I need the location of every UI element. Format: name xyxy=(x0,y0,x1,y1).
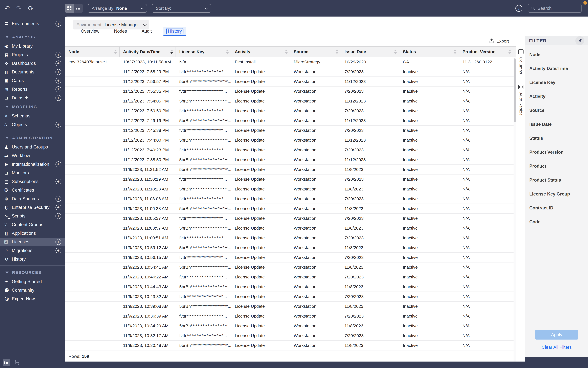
table-row[interactable]: 11/9/2023, 10:54:41 AM5brBh*************… xyxy=(65,262,516,272)
column-header-license-key[interactable]: License Key xyxy=(176,46,231,57)
table-row[interactable]: 11/9/2023, 10:36:39 AMfvttr*************… xyxy=(65,311,516,321)
sidebar-item-community[interactable]: ☻Community xyxy=(0,286,65,294)
redo-icon[interactable]: ↷ xyxy=(16,5,22,12)
auto-resize-button[interactable]: Auto Resize xyxy=(518,84,524,116)
undo-icon[interactable]: ↶ xyxy=(4,5,10,12)
filter-field-activity[interactable]: Activity xyxy=(529,94,588,99)
filter-field-license-key[interactable]: License Key xyxy=(529,80,588,85)
table-row[interactable]: 11/12/2023, 7:45:38 PMfvttr*************… xyxy=(65,126,516,135)
tab-history[interactable]: History xyxy=(164,27,186,36)
search-input[interactable] xyxy=(538,6,578,11)
sidebar-section-analysis[interactable]: ANALYSIS xyxy=(0,32,65,42)
add-data-sources-button[interactable]: + xyxy=(55,196,61,202)
sidebar-item-internationalization[interactable]: ⊕Internationalization+ xyxy=(0,160,65,169)
sidebar-item-enterprise-security[interactable]: ◐Enterprise Security+ xyxy=(0,203,65,212)
sidebar-item-licenses[interactable]: ⚿Licenses+ xyxy=(0,238,65,246)
sidebar-item-scripts[interactable]: >_Scripts+ xyxy=(0,212,65,220)
table-row[interactable]: 11/9/2023, 11:00:51 AMfvttr*************… xyxy=(65,233,516,243)
table-row[interactable]: 11/12/2023, 7:58:29 PMfvttr*************… xyxy=(65,67,516,77)
add-objects-button[interactable]: + xyxy=(55,122,61,128)
table-row[interactable]: 11/9/2023, 10:30:48 AM5brBh*************… xyxy=(65,341,516,350)
column-header-activity[interactable]: Activity xyxy=(231,46,290,57)
column-header-issue-date[interactable]: Issue Date xyxy=(341,46,399,57)
sidebar-item-applications[interactable]: ▥Applications xyxy=(0,229,65,238)
columns-button[interactable]: Columns xyxy=(518,49,524,74)
filter-field-product[interactable]: Product xyxy=(529,164,588,169)
column-header-node[interactable]: Node xyxy=(65,46,119,57)
table-row[interactable]: 11/9/2023, 10:34:29 AM5brBh*************… xyxy=(65,321,516,331)
table-row[interactable]: 11/9/2023, 10:43:32 AMfvttr*************… xyxy=(65,292,516,302)
table-row[interactable]: 11/9/2023, 11:18:23 AM5brBh*************… xyxy=(65,184,516,194)
sidebar-section-administration[interactable]: ADMINISTRATION xyxy=(0,133,65,143)
table-row[interactable]: 11/9/2023, 10:56:15 AMfvttr*************… xyxy=(65,253,516,262)
sidebar-item-datasets[interactable]: ⊟Datasets+ xyxy=(0,93,65,102)
tab-audit[interactable]: Audit xyxy=(139,27,155,36)
table-row[interactable]: 11/9/2023, 10:32:17 AMfvttr*************… xyxy=(65,331,516,341)
column-header-activity-date-time[interactable]: Activity Date/Time xyxy=(119,46,176,57)
table-row[interactable]: 11/12/2023, 7:49:19 PM5brBh*************… xyxy=(65,116,516,126)
sidebar-item-workflow[interactable]: ⇄Workflow xyxy=(0,151,65,160)
info-icon[interactable]: i xyxy=(515,5,522,12)
table-row[interactable]: 11/9/2023, 10:39:08 AM5brBh*************… xyxy=(65,302,516,311)
apply-button[interactable]: Apply xyxy=(535,330,578,340)
table-row[interactable]: 11/9/2023, 11:31:52 AM5brBh*************… xyxy=(65,165,516,175)
add-subscriptions-button[interactable]: + xyxy=(55,179,61,184)
sidebar-item-environments[interactable]: ▤Environments+ xyxy=(0,19,65,28)
tab-nodes[interactable]: Nodes xyxy=(111,27,130,36)
sidebar-item-objects[interactable]: ∴Objects+ xyxy=(0,120,65,129)
sidebar-section-modeling[interactable]: MODELING xyxy=(0,102,65,112)
table-row[interactable]: 11/12/2023, 7:56:57 PM5brBh*************… xyxy=(65,77,516,87)
add-licenses-button[interactable]: + xyxy=(55,239,61,245)
table-row[interactable]: 11/9/2023, 10:44:43 AM5brBh*************… xyxy=(65,282,516,292)
table-row[interactable]: 11/12/2023, 7:38:50 PM5brBh*************… xyxy=(65,155,516,165)
sidebar-item-users-and-groups[interactable]: ♟Users and Groups xyxy=(0,143,65,151)
table-row[interactable]: 11/9/2023, 11:06:38 AM5brBh*************… xyxy=(65,204,516,214)
pin-button[interactable] xyxy=(575,36,584,45)
sidebar-item-schemas[interactable]: ✳Schemas xyxy=(0,112,65,120)
search-box[interactable] xyxy=(528,4,581,13)
filter-field-activity-date-time[interactable]: Activity Date/Time xyxy=(529,66,588,71)
sidebar-item-my-library[interactable]: ◉My Library xyxy=(0,42,65,50)
filter-field-issue-date[interactable]: Issue Date xyxy=(529,122,588,127)
table-row[interactable]: 11/9/2023, 11:05:37 AMfvttr*************… xyxy=(65,214,516,223)
add-migrations-button[interactable]: + xyxy=(55,248,61,253)
sidebar-item-reports[interactable]: ▧Reports+ xyxy=(0,85,65,93)
sidebar-item-data-sources[interactable]: ⊜Data Sources+ xyxy=(0,194,65,203)
table-row[interactable]: 11/12/2023, 7:44:00 PM5brBh*************… xyxy=(65,135,516,145)
table-row[interactable]: 11/9/2023, 11:08:06 AMfvttr*************… xyxy=(65,194,516,204)
sidebar-item-getting-started[interactable]: ✈Getting Started xyxy=(0,277,65,286)
sidebar-item-history[interactable]: ⟲History xyxy=(0,255,65,264)
add-internationalization-button[interactable]: + xyxy=(55,161,61,167)
sidebar-item-projects[interactable]: ▦Projects+ xyxy=(0,50,65,59)
filter-field-code[interactable]: Code xyxy=(529,219,588,225)
sidebar-item-cards[interactable]: ▣Cards+ xyxy=(0,76,65,85)
filter-field-source[interactable]: Source xyxy=(529,108,588,113)
refresh-icon[interactable]: ⟳ xyxy=(28,5,34,12)
sidebar-item-documents[interactable]: ▥Documents+ xyxy=(0,68,65,76)
sidebar-item-certificates[interactable]: ✠Certificates xyxy=(0,186,65,194)
filter-field-status[interactable]: Status xyxy=(529,136,588,141)
sidebar-item-monitors[interactable]: ⊡Monitors xyxy=(0,169,65,177)
clear-all-filters-link[interactable]: Clear All Filters xyxy=(542,345,572,350)
filter-field-license-key-group[interactable]: License Key Group xyxy=(529,192,588,197)
flat-list-view-button[interactable] xyxy=(3,359,10,366)
add-documents-button[interactable]: + xyxy=(55,69,61,75)
add-enterprise-security-button[interactable]: + xyxy=(55,204,61,210)
add-reports-button[interactable]: + xyxy=(55,86,61,92)
column-header-product-version[interactable]: Product Version xyxy=(459,46,514,57)
table-row[interactable]: 11/9/2023, 10:59:12 AM5brBh*************… xyxy=(65,243,516,253)
column-header-status[interactable]: Status xyxy=(399,46,459,57)
arrange-by-dropdown[interactable]: Arrange By: None xyxy=(88,4,147,13)
table-row[interactable]: 11/12/2023, 7:55:35 PMfvttr*************… xyxy=(65,87,516,96)
filter-field-node[interactable]: Node xyxy=(529,52,588,57)
table-row[interactable]: 11/12/2023, 7:40:23 PMfvttr*************… xyxy=(65,145,516,155)
table-row[interactable]: 11/12/2023, 7:54:05 PM5brBh*************… xyxy=(65,96,516,106)
list-view-button[interactable] xyxy=(74,4,83,13)
sidebar-item-subscriptions[interactable]: ▤Subscriptions+ xyxy=(0,177,65,186)
sidebar-section-resources[interactable]: RESOURCES xyxy=(0,268,65,277)
sidebar-item-dashboards[interactable]: ❖Dashboards+ xyxy=(0,59,65,68)
add-projects-button[interactable]: + xyxy=(55,52,61,58)
filter-field-contract-id[interactable]: Contract ID xyxy=(529,205,588,211)
sidebar-item-migrations[interactable]: ⇗Migrations+ xyxy=(0,246,65,255)
table-row[interactable]: 11/9/2023, 11:30:19 AMfvttr*************… xyxy=(65,175,516,184)
